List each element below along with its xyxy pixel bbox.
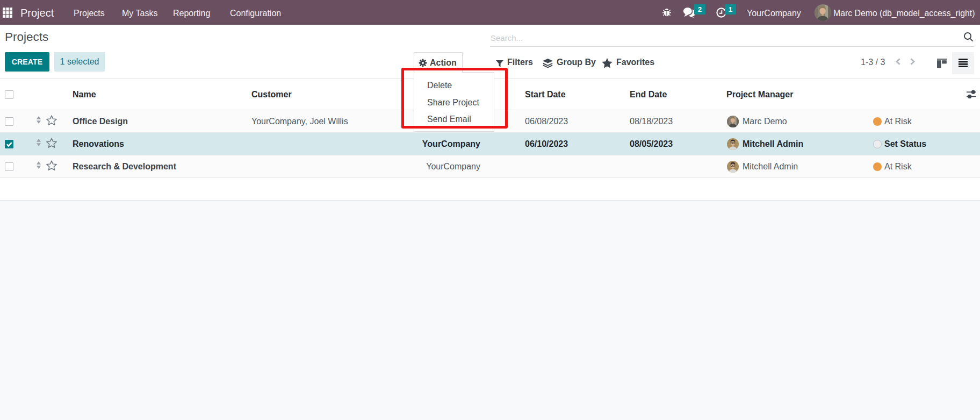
- star-solid-icon: [602, 58, 612, 68]
- user-avatar-image: [815, 4, 831, 21]
- nav-item-configuration[interactable]: Configuration: [230, 0, 281, 25]
- select-all-checkbox[interactable]: [5, 90, 13, 99]
- app-name[interactable]: Project: [20, 0, 54, 25]
- search-icon[interactable]: [963, 32, 974, 42]
- cell-status[interactable]: At Risk: [884, 155, 912, 177]
- status-dot-unset[interactable]: [873, 140, 882, 148]
- column-header-name[interactable]: Name: [73, 79, 96, 110]
- row-checkbox[interactable]: [5, 162, 13, 171]
- cell-project-name[interactable]: Office Design: [73, 110, 128, 132]
- cell-project-manager[interactable]: Marc Demo: [743, 110, 787, 132]
- cell-status[interactable]: Set Status: [884, 133, 926, 155]
- row-checkbox-checked[interactable]: [5, 140, 13, 148]
- user-menu[interactable]: Marc Demo (db_model_access_right): [833, 0, 975, 25]
- table-row[interactable]: Renovations YourCompany 06/10/2023 08/05…: [0, 133, 980, 155]
- optional-columns-icon[interactable]: [967, 90, 976, 99]
- manager-avatar-image: [727, 138, 739, 150]
- action-label: Action: [430, 58, 457, 67]
- annotation-rectangle: [401, 68, 508, 129]
- company-switcher[interactable]: YourCompany: [747, 0, 801, 25]
- group-by-button[interactable]: Group By: [543, 52, 596, 72]
- column-header-project-manager[interactable]: Project Manager: [726, 79, 793, 110]
- manager-avatar-image: [727, 116, 739, 127]
- page-background: [0, 201, 980, 420]
- cell-customer[interactable]: YourCompany: [251, 133, 480, 155]
- filter-icon: [496, 60, 503, 67]
- cell-project-name[interactable]: Research & Development: [73, 155, 176, 177]
- manager-avatar: [727, 161, 739, 173]
- table-row[interactable]: Research & Development YourCompany Mitch…: [0, 155, 980, 178]
- column-header-end-date[interactable]: End Date: [630, 79, 667, 110]
- cell-end-date[interactable]: 08/18/2023: [630, 110, 673, 132]
- favorite-star-icon[interactable]: [46, 115, 57, 125]
- favorites-button[interactable]: Favorites: [602, 52, 654, 72]
- favorite-star-icon[interactable]: [46, 138, 57, 148]
- cell-start-date[interactable]: 06/10/2023: [525, 133, 568, 155]
- column-header-start-date[interactable]: Start Date: [525, 79, 566, 110]
- checkmark-icon: [5, 140, 13, 148]
- favorite-star-icon[interactable]: [46, 160, 57, 170]
- drag-handle-icon[interactable]: [37, 139, 41, 146]
- cell-end-date[interactable]: 08/05/2023: [630, 133, 673, 155]
- status-dot-at-risk[interactable]: [873, 117, 882, 126]
- search-placeholder: Search...: [491, 33, 523, 42]
- cell-customer[interactable]: YourCompany: [251, 155, 480, 177]
- status-dot-at-risk[interactable]: [873, 162, 882, 171]
- nav-item-my-tasks[interactable]: My Tasks: [122, 0, 157, 25]
- pager-previous-icon[interactable]: [895, 58, 901, 65]
- group-by-label: Group By: [557, 58, 596, 67]
- search-input[interactable]: Search...: [490, 29, 974, 47]
- nav-item-reporting[interactable]: Reporting: [173, 0, 210, 25]
- pager-range: 1-3 / 3: [861, 52, 885, 72]
- row-checkbox[interactable]: [5, 117, 13, 126]
- user-avatar[interactable]: [815, 4, 831, 21]
- top-navbar: Project Projects My Tasks Reporting Conf…: [0, 0, 980, 25]
- manager-avatar: [727, 116, 739, 127]
- activities-badge[interactable]: 1: [725, 4, 736, 15]
- messages-badge[interactable]: 2: [694, 4, 705, 15]
- column-header-customer[interactable]: Customer: [251, 79, 292, 110]
- drag-handle-icon[interactable]: [37, 116, 41, 124]
- cell-project-manager[interactable]: Mitchell Admin: [743, 155, 798, 177]
- table-footer-space: [0, 178, 980, 201]
- cell-project-name[interactable]: Renovations: [73, 133, 124, 155]
- selected-count-badge: 1 selected: [54, 52, 105, 72]
- drag-handle-icon[interactable]: [37, 161, 41, 169]
- kanban-view-icon[interactable]: [937, 59, 947, 68]
- gear-icon: [419, 59, 427, 67]
- filters-label: Filters: [507, 58, 533, 67]
- manager-avatar: [727, 138, 739, 150]
- pager-next-icon[interactable]: [910, 58, 916, 65]
- manager-avatar-image: [727, 161, 739, 173]
- page-title: Projects: [5, 30, 48, 44]
- create-button[interactable]: CREATE: [5, 52, 49, 72]
- nav-item-projects[interactable]: Projects: [74, 0, 105, 25]
- cell-start-date[interactable]: 06/08/2023: [525, 110, 568, 132]
- apps-grid-icon[interactable]: [3, 8, 12, 18]
- layers-icon: [543, 59, 553, 68]
- bug-icon[interactable]: [662, 8, 671, 17]
- cell-status[interactable]: At Risk: [884, 110, 912, 132]
- favorites-label: Favorites: [616, 58, 654, 67]
- cell-project-manager[interactable]: Mitchell Admin: [743, 133, 803, 155]
- list-view-icon[interactable]: [959, 59, 968, 67]
